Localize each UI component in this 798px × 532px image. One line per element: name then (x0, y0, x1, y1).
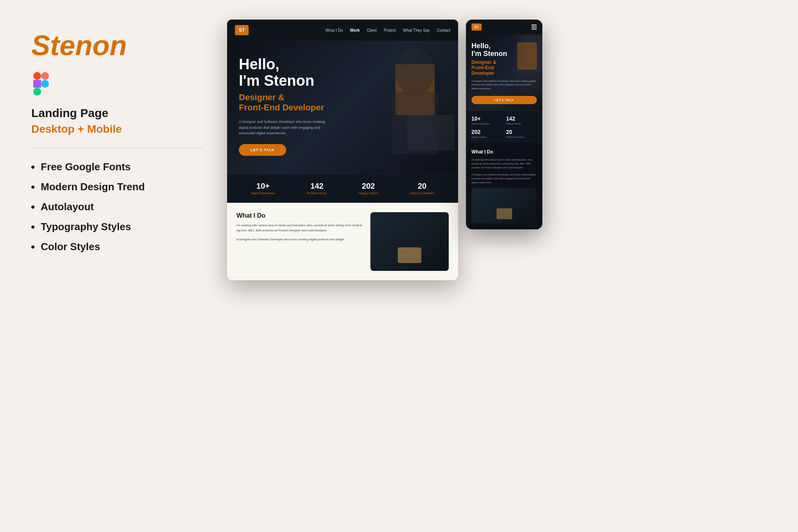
nav-link-contact[interactable]: Contact (437, 28, 450, 32)
desktop-wid-desc2: A Designer and Software Developer who lo… (237, 237, 363, 242)
stat-countries: 20 Client's Countries (410, 182, 434, 195)
hamburger-line (531, 25, 537, 25)
list-item: Modern Design Trend (31, 181, 204, 193)
desktop-wid-section: What I Do I'm working with various kind … (227, 203, 458, 280)
desktop-nav-logo: ST (235, 25, 249, 35)
stat-projects-label: Projects Done (307, 191, 327, 195)
mobile-wid-image (471, 188, 537, 223)
svg-rect-1 (41, 72, 49, 80)
desktop-nav: ST What I Do Work Client Project What Th… (227, 20, 458, 41)
mobile-stat-countries-number: 20 (506, 129, 537, 135)
stat-clients-number: 202 (359, 182, 378, 190)
nav-link-project[interactable]: Project (384, 28, 396, 32)
mobile-stat-projects-number: 142 (506, 115, 537, 122)
desktop-cta-button[interactable]: LET'S TALK (239, 144, 286, 156)
mobile-wid-desc2: A Designer and Software Developer who lo… (471, 173, 537, 185)
stat-years-label: Years Experience (251, 191, 275, 195)
mobile-stat-projects: 142 Projects Done (506, 115, 537, 125)
mobile-stat-clients: 202 Happy Clients (471, 129, 502, 138)
desktop-stats-section: 10+ Years Experience 142 Projects Done 2… (227, 174, 458, 203)
list-item: Autolayout (31, 201, 204, 213)
mobile-stats-section: 10+ Years Experience 142 Projects Done 2… (466, 110, 542, 143)
desktop-hero-title: Hello,I'm Stenon (239, 56, 446, 89)
desktop-wid-desc1: I'm working with various kind of clients… (237, 223, 363, 233)
mobile-nav: ST (466, 20, 542, 34)
mobile-stat-clients-label: Happy Clients (471, 136, 502, 138)
bullet-icon (31, 225, 34, 229)
list-item: Color Styles (31, 241, 204, 253)
svg-rect-4 (33, 88, 41, 96)
stat-years: 10+ Years Experience (251, 182, 275, 195)
left-panel: Stenon Landing Page Desktop + Mobile Fre… (31, 23, 204, 253)
stat-countries-label: Client's Countries (410, 191, 434, 195)
desktop-nav-links: What I Do Work Client Project What They … (325, 28, 450, 32)
desktop-hero-content: Hello,I'm Stenon Designer &Front-End Dev… (239, 56, 446, 156)
desktop-hero-section: Hello,I'm Stenon Designer &Front-End Dev… (227, 41, 458, 174)
mobile-stat-countries-label: Client's Countries (506, 136, 537, 138)
nav-link-work[interactable]: Work (350, 28, 360, 32)
mobile-hero-title: Hello,I'm Stenon (471, 42, 537, 58)
desktop-wid-content: What I Do I'm working with various kind … (237, 212, 363, 246)
stat-projects: 142 Projects Done (307, 182, 327, 195)
bullet-icon (31, 245, 34, 249)
svg-rect-0 (33, 72, 41, 80)
mobile-mockup: ST Hello,I'm Stenon Designer &Front-EndD… (466, 20, 542, 229)
nav-link-whatido[interactable]: What I Do (325, 28, 343, 32)
mobile-hero-section: Hello,I'm Stenon Designer &Front-EndDeve… (466, 34, 542, 110)
mobile-hero-subtitle: Designer &Front-EndDeveloper (471, 60, 537, 76)
features-list: Free Google Fonts Modern Design Trend Au… (31, 161, 204, 253)
mobile-stat-years-number: 10+ (471, 115, 502, 122)
product-type: Landing Page (31, 106, 204, 120)
stat-years-number: 10+ (251, 182, 275, 190)
bullet-icon (31, 186, 34, 189)
desktop-wid-title: What I Do (237, 212, 363, 219)
svg-point-3 (41, 80, 49, 88)
brand-title: Stenon (31, 31, 204, 60)
mobile-nav-logo: ST (471, 23, 482, 31)
hamburger-line (531, 27, 537, 27)
nav-link-whattheysay[interactable]: What They Say (403, 28, 430, 32)
product-variant: Desktop + Mobile (31, 123, 204, 135)
mobile-wid-section: What I Do I'm working with various kind … (466, 143, 542, 229)
mobile-stat-years: 10+ Years Experience (471, 115, 502, 125)
mockups-container: ST What I Do Work Client Project What Th… (227, 20, 767, 280)
bullet-icon (31, 206, 34, 209)
desktop-hero-description: A Designer and Software Developer who lo… (239, 119, 333, 136)
mobile-stat-countries: 20 Client's Countries (506, 129, 537, 138)
list-item: Free Google Fonts (31, 161, 204, 173)
mobile-stat-projects-label: Projects Done (506, 123, 537, 125)
svg-rect-2 (33, 80, 41, 88)
list-item: Typography Styles (31, 221, 204, 233)
stat-clients-label: Happy Clients (359, 191, 378, 195)
desktop-mockup: ST What I Do Work Client Project What Th… (227, 20, 458, 280)
divider (31, 148, 204, 148)
mobile-wid-desc1: I'm working with various kind of clients… (471, 158, 537, 170)
hamburger-line (531, 29, 537, 29)
stat-projects-number: 142 (307, 182, 327, 190)
mobile-stat-years-label: Years Experience (471, 123, 502, 125)
stat-clients: 202 Happy Clients (359, 182, 378, 195)
desktop-hero-subtitle: Designer &Front-End Developer (239, 92, 446, 113)
nav-link-client[interactable]: Client (367, 28, 377, 32)
mobile-hero-description: A Designer and Software Developer who lo… (471, 79, 537, 91)
desktop-wid-image (370, 212, 449, 271)
mobile-stat-clients-number: 202 (471, 129, 502, 135)
figma-icon (31, 72, 204, 96)
hamburger-icon[interactable] (531, 25, 537, 29)
mobile-cta-button[interactable]: LET'S TALK (471, 96, 537, 104)
bullet-icon (31, 166, 34, 169)
mobile-wid-title: What I Do (471, 149, 537, 155)
stat-countries-number: 20 (410, 182, 434, 190)
